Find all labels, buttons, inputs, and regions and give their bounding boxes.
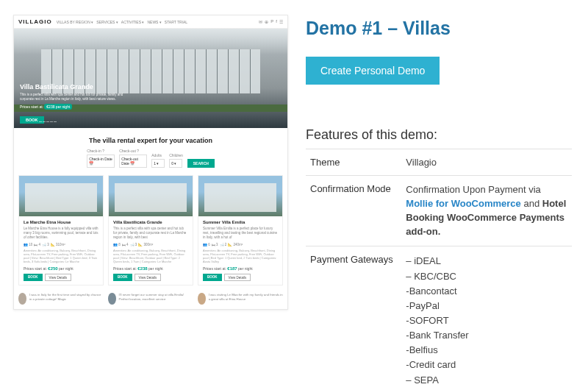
card-desc: Summer Villa Emilia is a perfect place f… <box>203 227 278 240</box>
facebook-icon: f <box>276 19 277 24</box>
mail-icon: ✉ <box>259 19 262 24</box>
create-demo-button[interactable]: Create Personal Demo <box>306 57 440 85</box>
card-details-button: View Details <box>224 274 251 281</box>
info-column: Demo #1 – Villas Create Personal Demo Fe… <box>294 0 588 387</box>
villa-card: Villa Bastilicata GrandeThis is a perfec… <box>108 175 193 285</box>
children-input: 0 ▾ <box>169 159 182 168</box>
card-image <box>198 176 282 216</box>
adults-input: 1 ▾ <box>151 159 165 168</box>
pinterest-icon: P <box>270 19 273 24</box>
card-image <box>19 176 103 216</box>
hero-price-prefix: Prices start at: <box>20 104 44 109</box>
net-icon: ⊕ <box>265 19 268 24</box>
nav-item: START TRIAL <box>165 20 187 24</box>
theme-value: Villagio <box>401 149 572 176</box>
gateway-item: -SOFORT <box>406 313 567 328</box>
gateway-item: – SEPA <box>406 373 567 388</box>
card-amenities: Amenities: Air conditioning, Balcony, Be… <box>203 249 278 264</box>
preview-cards: Le Marche Etna HouseLe Marche Etna House… <box>14 175 287 293</box>
avatar <box>18 293 26 305</box>
table-row: Confirmation Mode Confirmation Upon Paym… <box>306 176 572 246</box>
table-row: Theme Villagio <box>306 149 572 176</box>
preview-brand: VILLAGIO <box>18 18 52 25</box>
card-price: Prices start at: €238 per night <box>113 266 188 271</box>
theme-screenshot: VILLAGIO VILLAS BY REGION ▾ SERVICES ▾ A… <box>13 15 288 310</box>
checkin-input: Check-in Date 📅 <box>87 155 115 168</box>
children-label: Children <box>169 153 183 157</box>
hero-price: €238 per night <box>44 104 72 110</box>
page-title: Demo #1 – Villas <box>306 18 572 39</box>
checkout-input: Check-out Date 📅 <box>119 155 147 168</box>
gateway-item: – KBC/CBC <box>406 269 567 284</box>
gateway-item: -Bancontact <box>406 284 567 299</box>
testimonial: I was visiting Le Marche with my family … <box>198 293 283 305</box>
card-desc: Le Marche Etna House is a fully equipped… <box>24 227 98 240</box>
card-title: Le Marche Etna House <box>24 220 98 224</box>
testimonial-text: I was in Italy for the first time and st… <box>29 293 104 301</box>
card-details-button: View Details <box>45 274 72 281</box>
gateway-item: -Credit card <box>406 358 567 372</box>
card-book-button: BOOK <box>203 274 222 281</box>
card-meta: 👥 6🛏 3🛁 2📐 240m² <box>203 243 278 246</box>
gateways-value: – iDEAL– KBC/CBC-Bancontact-PayPal-SOFOR… <box>401 246 572 387</box>
adults-label: Adults <box>151 153 165 157</box>
testimonial: I was in Italy for the first time and st… <box>18 293 104 305</box>
theme-label: Theme <box>306 149 401 176</box>
features-table: Theme Villagio Confirmation Mode Confirm… <box>306 149 572 387</box>
gateway-item: -Belfius <box>406 343 567 358</box>
nav-item: ACTIVITIES ▾ <box>121 20 145 24</box>
preview-column: VILLAGIO VILLAS BY REGION ▾ SERVICES ▾ A… <box>0 0 294 387</box>
avatar <box>198 293 206 305</box>
confirmation-value: Confirmation Upon Payment via Mollie for… <box>401 176 572 246</box>
preview-hero: Villa Bastilicata Grande This is a perfe… <box>14 29 287 128</box>
villa-card: Le Marche Etna HouseLe Marche Etna House… <box>18 175 104 285</box>
card-price: Prices start at: €187 per night <box>203 266 278 271</box>
card-details-button: View Details <box>135 274 162 281</box>
testimonial: I'll never forget our summer stay at vil… <box>108 293 193 305</box>
preview-nav: VILLAS BY REGION ▾ SERVICES ▾ ACTIVITIES… <box>57 20 187 24</box>
card-image <box>109 176 193 216</box>
card-book-button: BOOK <box>113 274 132 281</box>
checkin-label: Check-in ? <box>87 149 115 153</box>
card-meta: 👥 10🛏 4🛁 3📐 310m² <box>24 243 98 246</box>
gateway-item: -Bank Transfer <box>406 328 567 343</box>
card-book-button: BOOK <box>24 274 43 281</box>
checkout-label: Check-out ? <box>119 149 147 153</box>
card-meta: 👥 8🛏 4🛁 3📐 300m² <box>113 243 188 246</box>
nav-item: VILLAS BY REGION ▾ <box>57 20 93 24</box>
search-button: SEARCH <box>187 159 215 168</box>
table-row: Payment Gateways – iDEAL– KBC/CBC-Bancon… <box>306 246 572 387</box>
hero-sub: This is a perfect villa with spa center … <box>20 93 137 102</box>
features-heading: Features of this demo: <box>306 127 572 143</box>
preview-social: ✉ ⊕ P f ☰ <box>259 19 283 24</box>
villa-card: Summer Villa EmiliaSummer Villa Emilia i… <box>198 175 283 285</box>
card-title: Villa Bastilicata Grande <box>113 220 188 224</box>
gateways-label: Payment Gateways <box>306 246 401 387</box>
avatar <box>108 293 116 305</box>
testimonial-text: I was visiting Le Marche with my family … <box>209 293 283 301</box>
card-desc: This is a perfect villa with spa center … <box>113 227 188 240</box>
testimonial-text: I'll never forget our summer stay at vil… <box>119 293 193 301</box>
preview-topnav: VILLAGIO VILLAS BY REGION ▾ SERVICES ▾ A… <box>14 15 287 29</box>
card-amenities: Amenities: Air conditioning, Balcony, Be… <box>113 249 188 264</box>
nav-item: SERVICES ▾ <box>96 20 118 24</box>
mollie-link[interactable]: Mollie for WooCommerce <box>406 198 521 209</box>
conf-s1: and <box>521 198 542 209</box>
card-amenities: Amenities: Air conditioning, Balcony, Be… <box>24 249 98 264</box>
card-title: Summer Villa Emilia <box>203 220 278 224</box>
nav-item: NEWS ▾ <box>147 20 161 24</box>
menu-icon: ☰ <box>279 19 283 24</box>
preview-tagline: The villa rental expert for your vacatio… <box>14 128 287 149</box>
preview-testimonials: I was in Italy for the first time and st… <box>14 293 287 309</box>
card-price: Prices start at: €250 per night <box>24 266 98 271</box>
hero-book-button: BOOK <box>20 116 44 124</box>
hero-title: Villa Bastilicata Grande <box>20 83 137 90</box>
preview-searchbar: Check-in ?Check-in Date 📅 Check-out ?Che… <box>14 149 287 175</box>
conf-prefix: Confirmation Upon Payment via <box>406 184 541 195</box>
gateway-item: -PayPal <box>406 299 567 313</box>
confirmation-label: Confirmation Mode <box>306 176 401 246</box>
gateway-item: – iDEAL <box>406 254 567 269</box>
